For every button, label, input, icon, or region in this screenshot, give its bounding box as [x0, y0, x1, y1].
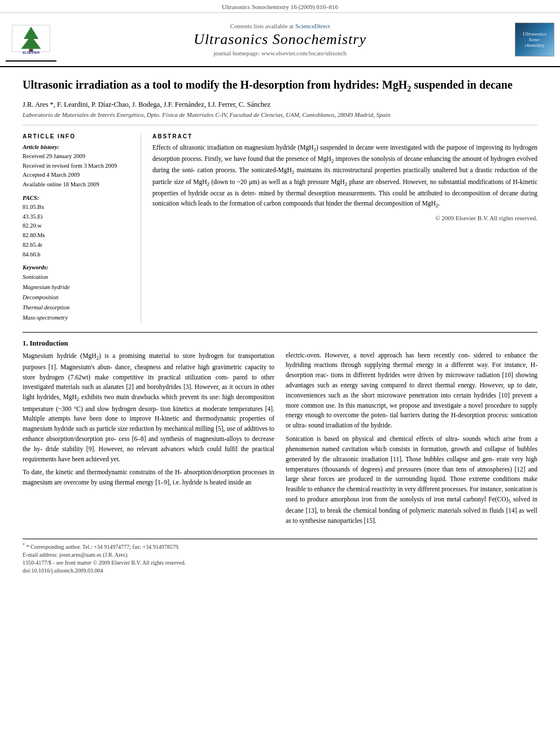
article-footer: * * Corresponding author. Tel.: +34 9149… [23, 539, 537, 574]
journal-homepage: journal homepage: www.elsevier.com/locat… [56, 50, 504, 56]
pacs-5: 82.65.4r [23, 241, 133, 250]
pacs-items: 81.05.Bx 43.35.Ei 82.20.w 82.80.Ms 82.65… [23, 203, 133, 259]
article-info-heading: ARTICLE INFO [23, 133, 133, 139]
journal-thumb-logo: UltrasonicsSono-chemistry [504, 23, 554, 56]
body-right-col: electric-oven. However, a novel approach… [286, 339, 537, 530]
keyword-2: Magnesium hydride [23, 282, 133, 292]
elsevier-logo-svg: ELSEVIER [11, 22, 51, 56]
article-info-abstract-section: ARTICLE INFO Article history: Received 2… [23, 133, 537, 323]
body-right-text: electric-oven. However, a novel approach… [286, 351, 537, 526]
keyword-5: Mass-spectrometry [23, 313, 133, 323]
pacs-6: 84.60.h [23, 250, 133, 259]
article-info-col: ARTICLE INFO Article history: Received 2… [23, 133, 141, 323]
authors-line: J.R. Ares *, F. Leardini, P. Díaz-Chao, … [23, 101, 537, 109]
journal-center-block: Contents lists available at ScienceDirec… [56, 23, 504, 56]
elsevier-logo-container: ELSEVIER [6, 18, 56, 62]
article-container: Ultrasonic irradiation as a tool to modi… [0, 67, 560, 587]
body-left-text: Magnesium hydride (MgH2) is a promising … [23, 351, 274, 488]
pacs-4: 82.80.Ms [23, 231, 133, 240]
intro-para-2: To date, the kinetic and thermodynamic c… [23, 468, 274, 488]
keywords-list: Sonication Magnesium hydride Decompositi… [23, 272, 133, 322]
history-items: Received 29 January 2009 Received in rev… [23, 152, 133, 189]
journal-citation: Ultrasonics Sonochemistry 16 (2009) 810–… [222, 3, 338, 10]
journal-name-display: Ultrasonics Sonochemistry [56, 31, 504, 48]
copyright-notice: © 2009 Elsevier B.V. All rights reserved… [152, 215, 537, 221]
contents-link-line: Contents lists available at ScienceDirec… [56, 23, 504, 29]
intro-para-1: Magnesium hydride (MgH2) is a promising … [23, 351, 274, 465]
footnote-doi: doi:10.1016/j.ultsonch.2009.03.004 [23, 567, 537, 574]
svg-text:ELSEVIER: ELSEVIER [23, 50, 40, 54]
footnote-corresponding: * * Corresponding author. Tel.: +34 9149… [23, 543, 537, 550]
abstract-heading: ABSTRACT [152, 133, 537, 139]
footnote-email: E-mail address: joser.ares@uam.es (J.R. … [23, 552, 537, 558]
right-para-2: Sonication is based on physical and chem… [286, 434, 537, 526]
journal-cover-thumbnail: UltrasonicsSono-chemistry [515, 23, 554, 56]
keyword-3: Decomposition [23, 292, 133, 303]
pacs-label: PACS: [23, 195, 133, 201]
history-item-3: Accepted 4 March 2009 [23, 171, 133, 180]
history-item-4: Available online 18 March 2009 [23, 180, 133, 189]
keywords-label: Keywords: [23, 264, 133, 270]
body-left-col: 1. Introduction Magnesium hydride (MgH2)… [23, 339, 274, 530]
introduction-section: 1. Introduction Magnesium hydride (MgH2)… [23, 339, 537, 530]
keyword-1: Sonication [23, 272, 133, 282]
abstract-body: Effects of ultrasonic irradiation on mag… [152, 143, 537, 210]
pacs-1: 81.05.Bx [23, 203, 133, 212]
sciencedirect-link[interactable]: ScienceDirect [295, 23, 330, 29]
history-item-1: Received 29 January 2009 [23, 152, 133, 161]
section-divider [23, 332, 537, 333]
history-item-2: Received in revised form 3 March 2009 [23, 161, 133, 171]
journal-top-bar: Ultrasonics Sonochemistry 16 (2009) 810–… [0, 0, 560, 13]
keyword-4: Thermal desorption [23, 303, 133, 313]
introduction-heading: 1. Introduction [23, 339, 274, 348]
journal-header: ELSEVIER Contents lists available at Sci… [0, 13, 560, 67]
article-title: Ultrasonic irradiation as a tool to modi… [23, 77, 537, 95]
pacs-3: 82.20.w [23, 221, 133, 230]
pacs-2: 43.35.Ei [23, 212, 133, 221]
affiliation: Laboratorio de Materiales de Interés Ene… [23, 111, 537, 125]
abstract-col: ABSTRACT Effects of ultrasonic irradiati… [152, 133, 537, 323]
footnote-issn: 1350-4177/$ - see front matter © 2009 El… [23, 560, 537, 566]
right-para-1: electric-oven. However, a novel approach… [286, 351, 537, 431]
history-label: Article history: [23, 144, 133, 150]
